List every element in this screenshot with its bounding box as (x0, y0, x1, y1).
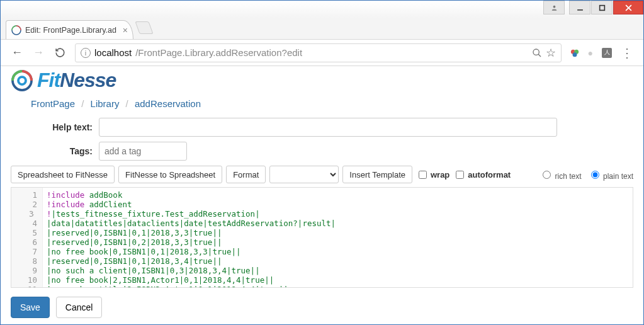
spreadsheet-to-fitnesse-button[interactable]: Spreadsheet to FitNesse (11, 166, 115, 183)
address-bar[interactable]: i localhost/FrontPage.Library.addReserva… (75, 43, 562, 62)
tab-close-icon[interactable]: × (123, 25, 128, 35)
svg-point-12 (18, 77, 26, 84)
zoom-icon[interactable] (532, 48, 542, 58)
window-user-button[interactable] (543, 1, 565, 14)
url-host: localhost (94, 47, 132, 58)
reload-button[interactable] (50, 43, 70, 62)
form-actions: Save Cancel (11, 297, 633, 318)
format-button[interactable]: Format (226, 166, 266, 183)
window-close-button[interactable] (613, 1, 643, 14)
window-minimize-button[interactable] (569, 1, 590, 14)
new-tab-button[interactable] (135, 21, 153, 34)
extension-icon[interactable] (570, 48, 579, 57)
fitnesse-to-spreadsheet-button[interactable]: FitNesse to Spreadsheet (118, 166, 222, 183)
logo-text-fit: Fit (37, 69, 60, 91)
wrap-checkbox-label[interactable]: wrap (416, 169, 449, 181)
back-button[interactable]: ← (7, 43, 27, 62)
browser-tab[interactable]: Edit: FrontPage.Library.ad × (6, 20, 133, 39)
fitnesse-favicon-icon (11, 25, 21, 35)
help-text-label: Help text: (11, 122, 99, 132)
breadcrumb-item[interactable]: FrontPage (31, 98, 75, 109)
window-titlebar (1, 1, 643, 18)
svg-line-7 (538, 54, 541, 57)
fitnesse-logo[interactable]: FitNesse (11, 69, 633, 92)
cancel-button[interactable]: Cancel (56, 297, 103, 318)
fitnesse-logo-icon (11, 69, 33, 92)
breadcrumb-item[interactable]: addReservation (135, 98, 201, 109)
wrap-checkbox[interactable] (419, 171, 427, 179)
window-maximize-button[interactable] (591, 1, 613, 14)
insert-template-button[interactable]: Insert Template (342, 166, 412, 183)
forward-button[interactable]: → (28, 43, 48, 62)
breadcrumb-item[interactable]: Library (91, 98, 120, 109)
browser-tabstrip: Edit: FrontPage.Library.ad × (1, 18, 643, 40)
editor-toolbar: Spreadsheet to FitNesse FitNesse to Spre… (11, 166, 633, 183)
help-text-input[interactable] (99, 118, 557, 137)
svg-point-10 (572, 52, 577, 57)
breadcrumb-sep: / (77, 98, 88, 109)
breadcrumb: FrontPage / Library / addReservation (11, 93, 633, 118)
editor-code[interactable]: !include addBook !include addClient !|te… (43, 188, 633, 287)
logo-text-nesse: Nesse (60, 69, 116, 91)
pdf-extension-icon[interactable]: 人 (602, 48, 612, 58)
tags-label: Tags: (11, 146, 99, 156)
browser-toolbar: ← → i localhost/FrontPage.Library.addRes… (1, 40, 643, 66)
svg-point-0 (553, 5, 555, 8)
richtext-radio[interactable] (543, 171, 551, 179)
editor-gutter: 123▾456789101112 (11, 188, 43, 287)
template-select[interactable] (269, 166, 339, 183)
browser-tab-title: Edit: FrontPage.Library.ad (25, 26, 116, 35)
save-button[interactable]: Save (11, 297, 50, 318)
url-path: /FrontPage.Library.addReservation?edit (135, 47, 302, 58)
autoformat-checkbox-label[interactable]: autoformat (453, 169, 511, 181)
browser-menu-button[interactable]: ⋮ (621, 50, 633, 56)
svg-rect-2 (599, 5, 604, 10)
site-info-icon[interactable]: i (81, 48, 91, 58)
svg-point-6 (533, 49, 539, 55)
download-icon[interactable]: ● (588, 48, 593, 58)
code-editor[interactable]: 123▾456789101112 !include addBook !inclu… (11, 187, 633, 288)
richtext-radio-label[interactable]: rich text (539, 169, 581, 181)
plaintext-radio-label[interactable]: plain text (588, 169, 633, 181)
breadcrumb-sep: / (122, 98, 132, 109)
page-content: FitNesse FrontPage / Library / addReserv… (1, 66, 643, 324)
autoformat-checkbox[interactable] (456, 171, 464, 179)
plaintext-radio[interactable] (591, 171, 599, 179)
bookmark-star-icon[interactable]: ☆ (546, 46, 556, 60)
tags-input[interactable] (99, 142, 187, 161)
